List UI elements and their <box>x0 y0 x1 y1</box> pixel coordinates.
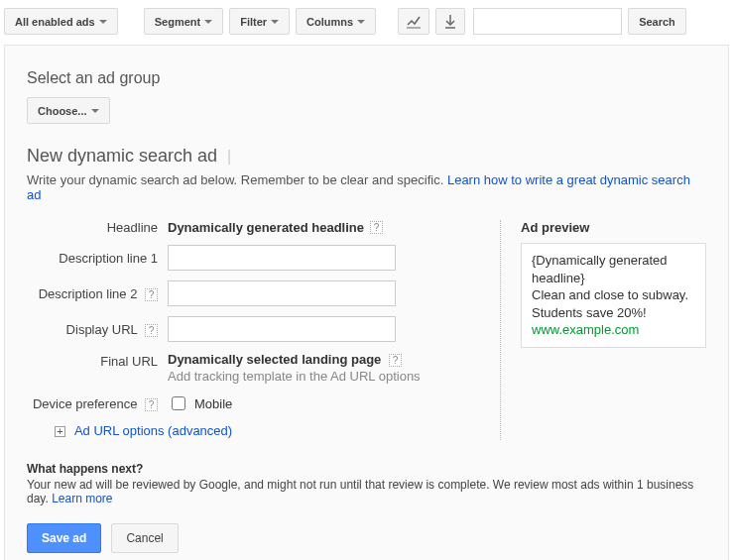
final-url-value: Dynamically selected landing page <box>168 352 381 367</box>
final-url-note: Add tracking template in the Ad URL opti… <box>168 369 421 384</box>
caret-down-icon <box>271 20 279 24</box>
learn-more-link[interactable]: Learn more <box>52 492 112 505</box>
headline-label: Headline <box>27 220 168 235</box>
main-panel: Select an ad group Choose... New dynamic… <box>4 45 729 560</box>
segment-dropdown[interactable]: Segment <box>144 8 223 35</box>
desc1-input[interactable] <box>168 245 396 271</box>
filter-dropdown[interactable]: Filter <box>229 8 290 35</box>
columns-dropdown[interactable]: Columns <box>296 8 376 35</box>
help-icon[interactable]: ? <box>145 288 158 301</box>
choose-label: Choose... <box>38 105 87 117</box>
caret-down-icon <box>99 20 107 24</box>
save-ad-button[interactable]: Save ad <box>27 523 101 553</box>
new-ad-heading: New dynamic search ad | <box>27 146 706 167</box>
ad-preview-title: Ad preview <box>521 220 706 235</box>
mobile-checkbox[interactable] <box>172 396 185 410</box>
expand-icon[interactable]: + <box>55 426 65 437</box>
device-pref-label: Device preference <box>33 396 138 411</box>
select-ad-group-title: Select an ad group <box>27 69 706 87</box>
cancel-button[interactable]: Cancel <box>111 523 178 553</box>
filter-label: Filter <box>240 16 267 28</box>
heading-divider: | <box>227 148 231 166</box>
intro-text: Write your dynamic search ad below. Reme… <box>27 172 706 202</box>
ad-preview-box: {Dynamically generated headline} Clean a… <box>521 243 706 348</box>
final-url-label: Final URL <box>27 352 168 369</box>
display-url-input[interactable] <box>168 316 396 342</box>
ad-preview-panel: Ad preview {Dynamically generated headli… <box>500 220 706 440</box>
form-fields: Headline Dynamically generated headline … <box>27 220 500 440</box>
new-ad-title: New dynamic search ad <box>27 146 217 167</box>
columns-label: Columns <box>306 16 353 28</box>
search-input[interactable] <box>473 8 622 35</box>
help-icon[interactable]: ? <box>145 398 158 411</box>
help-icon[interactable]: ? <box>389 354 402 367</box>
preview-line1: Clean and close to subway. <box>532 286 695 304</box>
display-url-label: Display URL <box>66 322 138 337</box>
help-icon[interactable]: ? <box>370 221 383 234</box>
preview-headline: {Dynamically generated headline} <box>532 252 695 286</box>
preview-line2: Students save 20%! <box>532 304 695 322</box>
search-button[interactable]: Search <box>628 8 686 35</box>
toolbar: All enabled ads Segment Filter Columns S… <box>4 4 729 45</box>
all-enabled-ads-dropdown[interactable]: All enabled ads <box>4 8 118 35</box>
desc2-label: Description line 2 <box>39 286 138 301</box>
all-enabled-ads-label: All enabled ads <box>15 16 95 28</box>
what-happens-next-title: What happens next? <box>27 462 706 476</box>
what-happens-next-body: Your new ad will be reviewed by Google, … <box>27 478 706 505</box>
caret-down-icon <box>204 20 212 24</box>
ad-url-options-link[interactable]: Ad URL options (advanced) <box>74 423 232 438</box>
segment-label: Segment <box>155 16 200 28</box>
next-body-text: Your new ad will be reviewed by Google, … <box>27 478 693 505</box>
desc1-label: Description line 1 <box>27 251 168 266</box>
intro-body: Write your dynamic search ad below. Reme… <box>27 172 443 187</box>
caret-down-icon <box>357 20 365 24</box>
mobile-label: Mobile <box>194 396 232 411</box>
preview-url: www.example.com <box>532 321 695 339</box>
chart-icon <box>407 15 421 29</box>
help-icon[interactable]: ? <box>145 324 158 337</box>
download-icon <box>444 15 456 29</box>
desc2-input[interactable] <box>168 280 396 306</box>
chart-button[interactable] <box>398 8 429 35</box>
choose-ad-group-dropdown[interactable]: Choose... <box>27 97 110 124</box>
search-button-label: Search <box>639 16 675 28</box>
caret-down-icon <box>91 109 99 113</box>
download-button[interactable] <box>435 8 465 35</box>
headline-value: Dynamically generated headline <box>168 220 364 235</box>
